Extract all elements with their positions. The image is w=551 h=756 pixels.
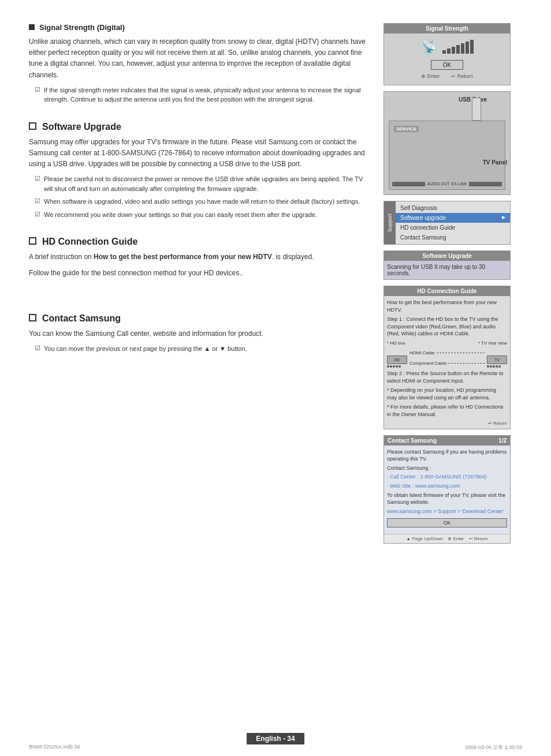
signal-bar-1 bbox=[442, 50, 446, 54]
software-note2-text: When software is upgraded, video and aud… bbox=[44, 197, 360, 207]
tv-ports-row: AUDIO OUT EX-LINK bbox=[392, 182, 502, 186]
signal-bar-6 bbox=[466, 42, 469, 54]
component-cable-row: Component Cable bbox=[409, 361, 485, 366]
support-menu-list: Self Diagnosis Software upgrade HD conne… bbox=[396, 201, 510, 244]
support-menu-self-diagnosis[interactable]: Self Diagnosis bbox=[396, 203, 510, 213]
hd-dot-4 bbox=[396, 365, 398, 368]
contact-website: · Web Site : www.samsung.com bbox=[387, 482, 507, 490]
signal-strength-panel: Signal Strength 📡 bbox=[384, 23, 511, 85]
page: Signal Strength 📡 bbox=[0, 0, 551, 756]
ex-link-label: EX-LINK bbox=[451, 182, 467, 186]
contact-samsung-section: Contact Samsung You can know the Samsung… bbox=[29, 313, 372, 354]
signal-panel-body: 📡 OK ⊕ Enter bbox=[384, 33, 510, 85]
software-note1-icon: ☑ bbox=[35, 175, 40, 182]
hd-step1: Step 1 : Connect the HD box to the TV us… bbox=[387, 316, 507, 338]
signal-note-icon: ☑ bbox=[35, 86, 40, 93]
support-menu-panel-group: Support Self Diagnosis Software upgrade … bbox=[384, 201, 522, 245]
contact-footer-enter: ⊕ Enter bbox=[448, 536, 464, 541]
contact-samsung-panel: Contact Samsung 1/2 Please contact Samsu… bbox=[384, 435, 511, 544]
software-upgrade-panel-body: Scanning for USB It may take up to 30 se… bbox=[384, 261, 510, 279]
hd-box-dots bbox=[387, 365, 407, 368]
contact-panel-header: Contact Samsung 1/2 bbox=[384, 436, 510, 446]
tv-dot-1 bbox=[487, 365, 489, 368]
signal-strength-panel-group: Signal Strength 📡 bbox=[384, 23, 522, 85]
signal-bar-2 bbox=[447, 48, 451, 54]
tv-rear-device: TV bbox=[487, 355, 507, 368]
hdmi-cable-line bbox=[437, 353, 485, 353]
hd-box-label: * HD box bbox=[387, 340, 405, 346]
contact-firmware-text: To obtain latest firmware of your TV, pl… bbox=[387, 492, 507, 506]
support-menu-software-upgrade[interactable]: Software upgrade bbox=[396, 213, 510, 223]
contact-footer-page: ▲ Page Up/Down bbox=[406, 536, 443, 541]
support-menu-contact-samsung[interactable]: Contact Samsung bbox=[396, 233, 510, 242]
port-2 bbox=[469, 182, 502, 186]
contact-body-text: You can know the Samsung Call center, we… bbox=[29, 328, 372, 339]
contact-footer: ▲ Page Up/Down ⊕ Enter ↩ Return bbox=[384, 534, 510, 543]
signal-enter-label: ⊕ Enter bbox=[421, 73, 440, 79]
service-label: SERVICE bbox=[394, 126, 419, 132]
contact-note-text: You can move the previous or next page b… bbox=[44, 344, 247, 354]
hd-dot-5 bbox=[399, 365, 401, 368]
tv-dot-3 bbox=[493, 365, 495, 368]
contact-panel-body: Please contact Samsung if you are having… bbox=[384, 446, 510, 534]
footer-label: English - 34 bbox=[247, 733, 304, 744]
contact-text2: Contact Samsung : bbox=[387, 465, 507, 472]
usb-drive-panel-group: USB Drive SERVICE AUDIO OUT EX-LINK bbox=[384, 91, 522, 195]
component-cable-line bbox=[448, 363, 485, 364]
hd-note2: * For more details, please refer to HD C… bbox=[387, 403, 507, 418]
tv-panel-label: TV Panel bbox=[483, 159, 507, 166]
port-1 bbox=[392, 182, 425, 186]
hd-body-suffix: . is displayed. bbox=[272, 253, 314, 261]
signal-icon-row: 📡 bbox=[421, 39, 474, 54]
hd-connection-section: HD Connection Guide A brief instruction … bbox=[29, 237, 372, 278]
contact-ok-button[interactable]: OK bbox=[387, 518, 507, 527]
hdmi-cable-label: HDMI Cable bbox=[409, 350, 435, 355]
contact-samsung-panel-group: Contact Samsung 1/2 Please contact Samsu… bbox=[384, 435, 522, 544]
software-section-title: Software Upgrade bbox=[42, 122, 121, 132]
page-footer: English - 34 bbox=[0, 733, 551, 744]
contact-note-icon: ☑ bbox=[35, 345, 40, 352]
hdmi-cable-row: HDMI Cable bbox=[409, 350, 485, 355]
contact-note: ☑ You can move the previous or next page… bbox=[35, 344, 372, 354]
contact-call-center: · Call Center : 1-800-SAMSUNG (7267864) bbox=[387, 473, 507, 481]
hd-tv-rear-label: * TV rear view bbox=[478, 340, 507, 346]
hd-dot-1 bbox=[387, 365, 389, 368]
software-note2: ☑ When software is upgraded, video and a… bbox=[35, 197, 372, 207]
hd-intro: How to get the best performance from you… bbox=[387, 299, 507, 313]
signal-panel-title: Signal Strength bbox=[384, 24, 510, 33]
contact-section-title: Contact Samsung bbox=[42, 313, 121, 324]
contact-section-header: Contact Samsung bbox=[29, 313, 372, 324]
software-upgrade-section: Software Upgrade Samsung may offer upgra… bbox=[29, 122, 372, 220]
signal-bar-5 bbox=[461, 43, 464, 54]
signal-bar-7 bbox=[470, 40, 474, 54]
main-content: Signal Strength (Digital) Unlike analog … bbox=[29, 23, 372, 353]
support-sidebar-label: Support bbox=[384, 201, 396, 244]
signal-bullet bbox=[29, 24, 35, 30]
hd-note1: * Depending on your location, HD program… bbox=[387, 387, 507, 401]
software-note3-text: We recommend you write down your setting… bbox=[44, 210, 317, 220]
signal-section-title: Signal Strength (Digital) bbox=[39, 23, 125, 32]
hd-body-text2: Follow the guide for the best connection… bbox=[29, 268, 372, 279]
right-panels: Signal Strength 📡 bbox=[384, 23, 522, 549]
tv-dot-2 bbox=[490, 365, 492, 368]
hd-section-header: HD Connection Guide bbox=[29, 237, 372, 247]
scanning-text: Scanning for USB It may take up to 30 se… bbox=[387, 264, 485, 276]
signal-ok-button[interactable]: OK bbox=[431, 60, 463, 70]
doc-info-left: BN68-02025A.indb 34 bbox=[29, 744, 80, 751]
signal-return-label: ↩ Return bbox=[451, 73, 473, 79]
tv-dot-4 bbox=[496, 365, 498, 368]
audio-out-label: AUDIO OUT bbox=[427, 182, 449, 186]
signal-bar-3 bbox=[452, 47, 455, 54]
support-menu-hd-guide[interactable]: HD connection Guide bbox=[396, 223, 510, 233]
software-note2-icon: ☑ bbox=[35, 197, 40, 205]
hd-checkbox-icon bbox=[29, 237, 36, 245]
signal-bar-4 bbox=[456, 45, 460, 54]
contact-ok-wrapper: OK bbox=[387, 518, 507, 527]
hd-step2: Step 2 : Press the Source button on the … bbox=[387, 370, 507, 384]
signal-footer: ⊕ Enter ↩ Return bbox=[421, 73, 473, 79]
component-cable-label: Component Cable bbox=[409, 361, 446, 366]
hd-body-text: A brief instruction on How to get the be… bbox=[29, 252, 372, 263]
software-body-text: Samsung may offer upgrades for your TV's… bbox=[29, 137, 372, 170]
hd-dot-3 bbox=[393, 365, 395, 368]
hd-panel-body: How to get the best performance from you… bbox=[384, 296, 510, 429]
